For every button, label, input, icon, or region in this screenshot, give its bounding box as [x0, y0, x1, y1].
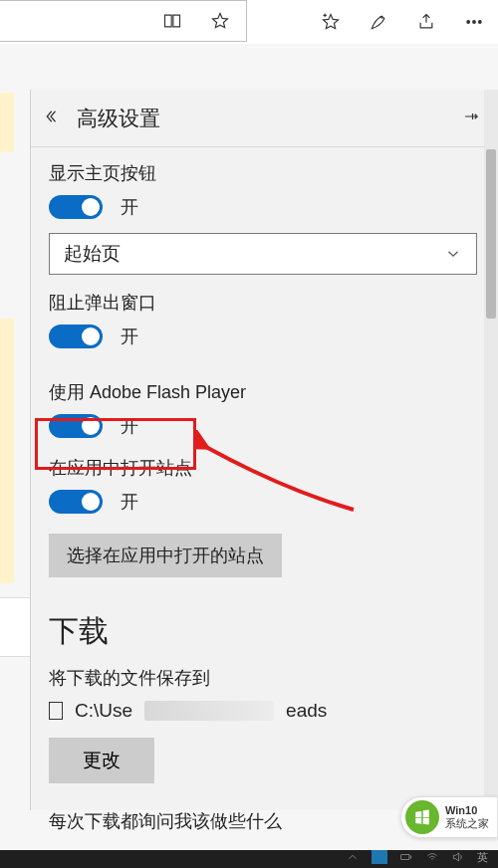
- open-in-app-toggle[interactable]: [49, 490, 103, 514]
- tray-up-icon[interactable]: [346, 850, 360, 864]
- block-popups-label: 阻止弹出窗口: [49, 291, 480, 315]
- volume-icon[interactable]: [451, 850, 465, 864]
- download-path-suffix: eads: [286, 700, 327, 722]
- show-home-label: 显示主页按钮: [49, 161, 480, 185]
- download-path-prefix: C:\Use: [75, 700, 132, 722]
- redacted-path: [144, 701, 274, 721]
- back-chevron-icon[interactable]: [45, 108, 63, 129]
- downloads-heading: 下载: [49, 611, 480, 652]
- choose-sites-button[interactable]: 选择在应用中打开的站点: [49, 534, 282, 577]
- page-sliver: [0, 319, 14, 583]
- taskbar: 英: [0, 850, 498, 868]
- toggle-state: 开: [121, 490, 138, 514]
- scrollbar[interactable]: [484, 90, 498, 810]
- battery-icon[interactable]: [399, 850, 413, 864]
- watermark-line2: 系统之家: [445, 817, 489, 830]
- show-home-toggle[interactable]: [49, 195, 103, 219]
- toggle-state: 开: [121, 325, 138, 348]
- more-icon[interactable]: [464, 12, 484, 32]
- reading-view-icon[interactable]: [162, 11, 182, 31]
- download-path-row: C:\Use eads: [49, 700, 480, 722]
- panel-header: 高级设置: [31, 90, 498, 147]
- page-sliver: [0, 597, 30, 657]
- favorite-star-icon[interactable]: [210, 11, 230, 31]
- homepage-select[interactable]: 起始页: [49, 233, 477, 275]
- folder-icon: [49, 702, 63, 720]
- notes-pen-icon[interactable]: [369, 12, 388, 32]
- scrollbar-thumb[interactable]: [486, 149, 496, 319]
- page-sliver: [0, 93, 14, 152]
- tray-app-icon[interactable]: [372, 850, 387, 864]
- open-in-app-label: 在应用中打开站点: [49, 456, 480, 480]
- toggle-state: 开: [121, 195, 138, 219]
- chevron-down-icon: [444, 245, 462, 263]
- panel-title: 高级设置: [77, 105, 160, 132]
- panel-body: 显示主页按钮 开 起始页 阻止弹出窗口 开 使用 Adobe Flash Pla…: [31, 147, 498, 833]
- svg-point-0: [467, 21, 470, 24]
- homepage-select-value: 起始页: [64, 241, 121, 267]
- svg-point-2: [479, 21, 482, 24]
- save-to-label: 将下载的文件保存到: [49, 666, 480, 690]
- wifi-icon[interactable]: [425, 850, 439, 864]
- address-bar[interactable]: [0, 0, 247, 42]
- flash-toggle[interactable]: [49, 414, 103, 438]
- toggle-state: 开: [121, 414, 138, 438]
- svg-point-1: [473, 21, 476, 24]
- windows-logo-icon: [405, 800, 439, 834]
- add-favorite-icon[interactable]: [321, 12, 341, 32]
- watermark-line1: Win10: [445, 804, 489, 817]
- change-path-button[interactable]: 更改: [49, 738, 154, 783]
- block-popups-toggle[interactable]: [49, 325, 103, 348]
- flash-label: 使用 Adobe Flash Player: [49, 380, 480, 404]
- ime-indicator[interactable]: 英: [477, 850, 488, 865]
- svg-rect-3: [401, 855, 409, 860]
- share-icon[interactable]: [416, 12, 436, 32]
- pin-icon[interactable]: [462, 108, 480, 129]
- advanced-settings-panel: 高级设置 显示主页按钮 开 起始页 阻止弹出窗口 开 使用 Adobe Flas…: [30, 90, 498, 810]
- browser-toolbar: [0, 0, 498, 44]
- watermark-badge: Win10 系统之家: [400, 796, 498, 838]
